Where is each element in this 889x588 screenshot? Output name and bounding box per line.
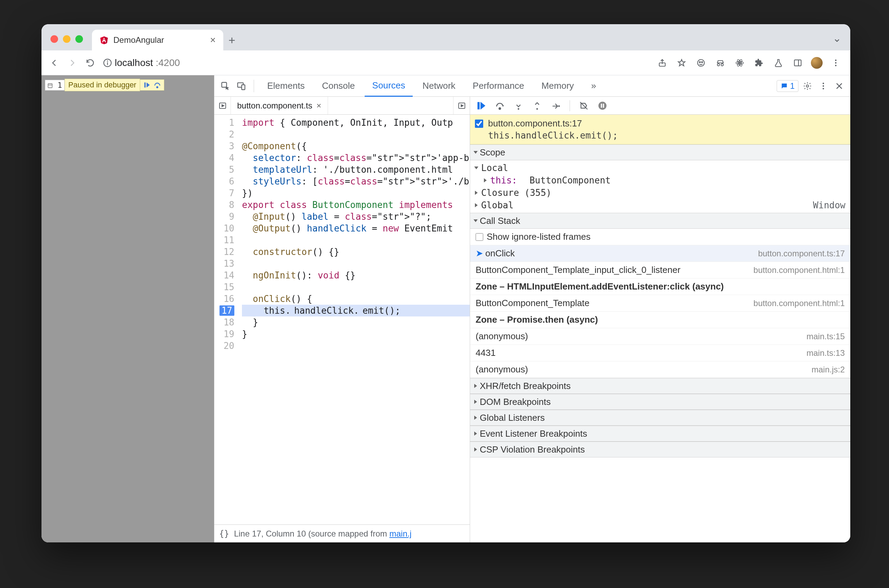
angular-favicon-icon bbox=[99, 36, 108, 45]
inspect-element-icon[interactable] bbox=[218, 79, 232, 93]
step-button[interactable] bbox=[550, 99, 562, 112]
device-toolbar-icon[interactable] bbox=[234, 79, 248, 93]
extension-icon[interactable] bbox=[695, 57, 707, 69]
labs-flask-icon[interactable] bbox=[772, 57, 785, 69]
svg-point-7 bbox=[699, 62, 700, 63]
step-over-button[interactable] bbox=[494, 99, 506, 112]
tab-more[interactable]: » bbox=[583, 75, 604, 97]
close-window-icon[interactable] bbox=[51, 35, 58, 43]
step-out-button[interactable] bbox=[531, 99, 544, 112]
global-listeners-header[interactable]: Global Listeners bbox=[470, 410, 850, 426]
csp-violation-breakpoints-header[interactable]: CSP Violation Breakpoints bbox=[470, 441, 850, 458]
address-bar[interactable]: localhost:4200 bbox=[103, 57, 180, 68]
navigator-toggle-icon[interactable] bbox=[214, 97, 231, 114]
url-host: localhost bbox=[115, 57, 153, 68]
scope-closure[interactable]: Closure (355) bbox=[470, 186, 850, 199]
tab-close-icon[interactable]: × bbox=[210, 34, 216, 46]
devtools-kebab-icon[interactable] bbox=[816, 79, 830, 93]
scope-local[interactable]: Local bbox=[470, 162, 850, 174]
fullscreen-window-icon[interactable] bbox=[75, 35, 83, 43]
devtools-tabbar: Elements Console Sources Network Perform… bbox=[214, 75, 850, 97]
event-listener-breakpoints-header[interactable]: Event Listener Breakpoints bbox=[470, 426, 850, 441]
file-tab-close-icon[interactable]: × bbox=[316, 101, 321, 111]
chevron-down-icon[interactable]: ⌄ bbox=[833, 32, 850, 51]
bookmark-star-icon[interactable] bbox=[676, 57, 688, 69]
svg-marker-33 bbox=[461, 105, 463, 107]
tab-network[interactable]: Network bbox=[415, 75, 463, 97]
callstack-frame[interactable]: Zone – Promise.then (async) bbox=[470, 312, 850, 328]
issues-badge[interactable]: 1 bbox=[777, 80, 799, 92]
resume-button[interactable] bbox=[475, 99, 487, 112]
more-tabs-icon[interactable] bbox=[453, 97, 470, 114]
overlay-resume-icon[interactable] bbox=[143, 81, 151, 89]
forward-button[interactable] bbox=[65, 56, 80, 70]
react-devtools-icon[interactable] bbox=[733, 57, 746, 69]
svg-point-29 bbox=[823, 88, 824, 89]
overlay-step-over-icon[interactable] bbox=[153, 81, 161, 89]
scope-this[interactable]: this: ButtonComponent bbox=[470, 174, 850, 186]
editor-tabs: button.component.ts × bbox=[214, 97, 470, 115]
step-into-button[interactable] bbox=[512, 99, 525, 112]
breakpoint-expression: this.handleClick.emit(); bbox=[488, 130, 618, 141]
debugger-toolbar bbox=[470, 97, 850, 115]
show-ignored-checkbox[interactable] bbox=[476, 233, 483, 241]
callstack-frame[interactable]: 4431main.ts:13 bbox=[470, 345, 850, 362]
svg-rect-18 bbox=[48, 84, 52, 88]
tab-console[interactable]: Console bbox=[314, 75, 362, 97]
reload-button[interactable] bbox=[83, 56, 98, 70]
settings-gear-icon[interactable] bbox=[800, 79, 814, 93]
tab-memory[interactable]: Memory bbox=[534, 75, 581, 97]
browser-tab[interactable]: DemoAngular × bbox=[92, 30, 223, 51]
pretty-print-icon[interactable]: {} bbox=[219, 529, 229, 538]
new-tab-button[interactable]: + bbox=[223, 33, 240, 51]
profile-avatar[interactable] bbox=[811, 57, 823, 69]
breakpoint-location: button.component.ts:17 bbox=[488, 118, 582, 129]
callstack-frame[interactable]: ButtonComponent_Templatebutton.component… bbox=[470, 295, 850, 312]
pause-on-exceptions-button[interactable] bbox=[596, 99, 609, 112]
breakpoint-checkbox[interactable] bbox=[475, 120, 483, 128]
share-icon[interactable] bbox=[656, 57, 668, 69]
svg-marker-35 bbox=[481, 102, 485, 109]
minimize-window-icon[interactable] bbox=[63, 35, 71, 43]
kebab-menu-icon[interactable] bbox=[830, 57, 842, 69]
debugger-sidebar: button.component.ts:17 this.handleClick.… bbox=[470, 97, 850, 542]
source-map-link[interactable]: main.j bbox=[389, 529, 411, 538]
svg-marker-21 bbox=[147, 82, 150, 88]
file-tab[interactable]: button.component.ts × bbox=[231, 97, 328, 114]
devtools-panel: Elements Console Sources Network Perform… bbox=[214, 75, 850, 542]
svg-rect-20 bbox=[144, 82, 146, 88]
show-ignored-frames[interactable]: Show ignore-listed frames bbox=[470, 229, 850, 245]
scope-header[interactable]: Scope bbox=[470, 144, 850, 160]
side-panel-icon[interactable] bbox=[791, 57, 804, 69]
scope-global[interactable]: GlobalWindow bbox=[470, 199, 850, 212]
callstack-frame[interactable]: ButtonComponent_Template_input_click_0_l… bbox=[470, 262, 850, 279]
svg-point-27 bbox=[823, 82, 824, 84]
code-content[interactable]: import { Component, OnInit, Input, Outp … bbox=[239, 115, 470, 524]
back-button[interactable] bbox=[47, 56, 62, 70]
devtools-close-icon[interactable] bbox=[832, 79, 846, 93]
svg-point-38 bbox=[536, 108, 538, 110]
callstack-header[interactable]: Call Stack bbox=[470, 213, 850, 229]
dom-breakpoints-header[interactable]: DOM Breakpoints bbox=[470, 394, 850, 410]
extensions-puzzle-icon[interactable] bbox=[753, 57, 765, 69]
callstack-frame[interactable]: Zone – HTMLInputElement.addEventListener… bbox=[470, 279, 850, 295]
paused-overlay-badge: 1 bbox=[45, 80, 65, 90]
url-port: :4200 bbox=[156, 57, 180, 68]
tab-strip: DemoAngular × + ⌄ bbox=[42, 24, 850, 51]
svg-point-22 bbox=[157, 87, 158, 88]
tab-performance[interactable]: Performance bbox=[465, 75, 532, 97]
tab-sources[interactable]: Sources bbox=[365, 75, 413, 97]
callstack-frame[interactable]: ➤onClickbutton.component.ts:17 bbox=[470, 245, 850, 262]
callstack-frame[interactable]: (anonymous)main.ts:15 bbox=[470, 328, 850, 345]
line-gutter[interactable]: 1234567891011121314151617181920 bbox=[214, 115, 239, 524]
callstack-frame[interactable]: (anonymous)main.js:2 bbox=[470, 362, 850, 378]
svg-point-17 bbox=[835, 64, 836, 66]
xhr-breakpoints-header[interactable]: XHR/fetch Breakpoints bbox=[470, 378, 850, 394]
code-viewport[interactable]: 1234567891011121314151617181920 import {… bbox=[214, 115, 470, 524]
svg-point-36 bbox=[499, 108, 501, 109]
deactivate-breakpoints-button[interactable] bbox=[578, 99, 590, 112]
incognito-icon[interactable] bbox=[714, 57, 727, 69]
site-info-icon[interactable] bbox=[103, 58, 112, 68]
tab-elements[interactable]: Elements bbox=[260, 75, 312, 97]
svg-point-28 bbox=[823, 85, 824, 86]
